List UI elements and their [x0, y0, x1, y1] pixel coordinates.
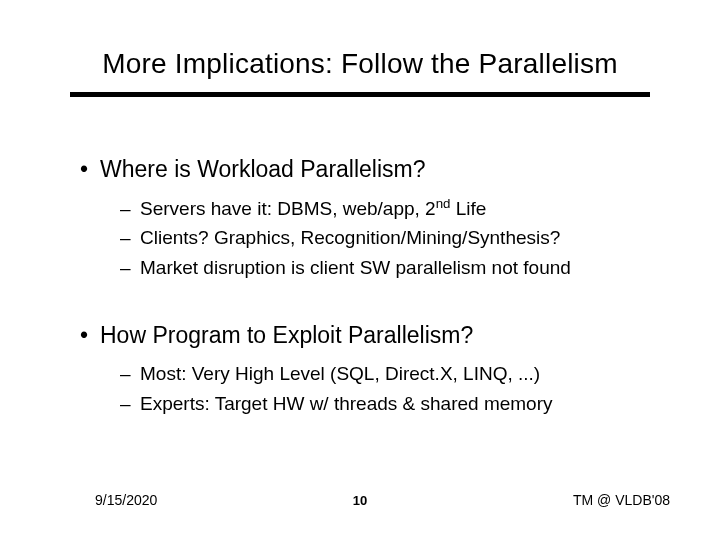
- footer-venue: TM @ VLDB'08: [573, 492, 670, 508]
- bullet-marker: •: [80, 321, 100, 350]
- bullet-item: •How Program to Exploit Parallelism?: [80, 321, 660, 350]
- slide-title: More Implications: Follow the Parallelis…: [0, 48, 720, 80]
- dash-marker: –: [120, 361, 140, 387]
- slide-body: •Where is Workload Parallelism? –Servers…: [80, 155, 660, 421]
- sub-list: –Servers have it: DBMS, web/app, 2nd Lif…: [120, 196, 660, 281]
- sub-bullet-text: Most: Very High Level (SQL, Direct.X, LI…: [140, 363, 540, 384]
- bullet-text: Where is Workload Parallelism?: [100, 156, 426, 182]
- slide: More Implications: Follow the Parallelis…: [0, 0, 720, 540]
- sub-bullet-text: Market disruption is client SW paralleli…: [140, 257, 571, 278]
- bullet-marker: •: [80, 155, 100, 184]
- dash-marker: –: [120, 196, 140, 222]
- sub-bullet-text: Experts: Target HW w/ threads & shared m…: [140, 393, 553, 414]
- dash-marker: –: [120, 255, 140, 281]
- bullet-item: •Where is Workload Parallelism?: [80, 155, 660, 184]
- sub-bullet-text: Clients? Graphics, Recognition/Mining/Sy…: [140, 227, 560, 248]
- dash-marker: –: [120, 391, 140, 417]
- sub-bullet-item: –Clients? Graphics, Recognition/Mining/S…: [120, 225, 660, 251]
- bullet-text: How Program to Exploit Parallelism?: [100, 322, 473, 348]
- sub-bullet-item: –Experts: Target HW w/ threads & shared …: [120, 391, 660, 417]
- title-underline: [70, 92, 650, 97]
- dash-marker: –: [120, 225, 140, 251]
- sub-list: –Most: Very High Level (SQL, Direct.X, L…: [120, 361, 660, 416]
- sub-bullet-item: –Market disruption is client SW parallel…: [120, 255, 660, 281]
- sub-bullet-item: –Servers have it: DBMS, web/app, 2nd Lif…: [120, 196, 660, 222]
- sub-bullet-text: Servers have it: DBMS, web/app, 2nd Life: [140, 198, 486, 219]
- sub-bullet-item: –Most: Very High Level (SQL, Direct.X, L…: [120, 361, 660, 387]
